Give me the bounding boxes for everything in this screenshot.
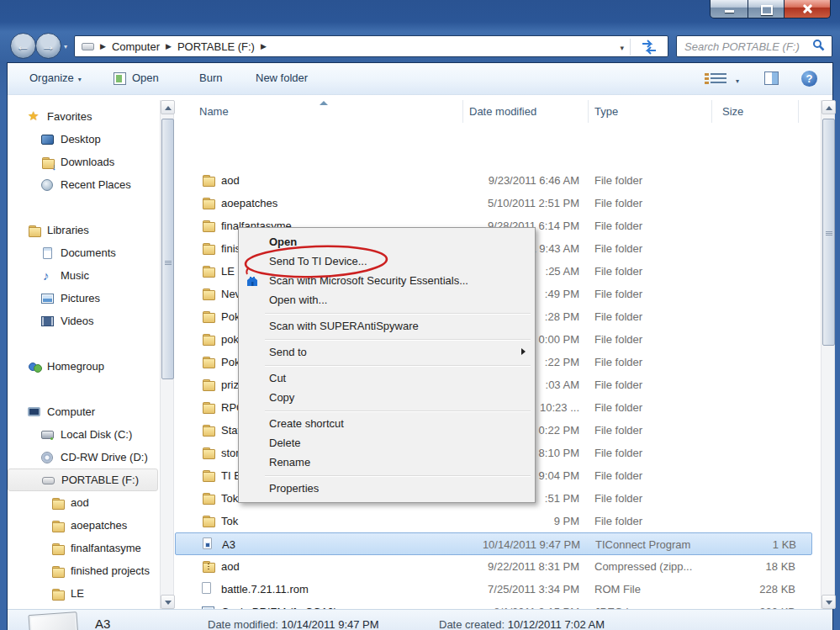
file-type: File folder	[594, 265, 642, 278]
file-row-selected[interactable]: A310/14/2011 9:47 PMTIConnect Program1 K…	[175, 532, 812, 555]
sidebar-item-local-disk-c[interactable]: Local Disk (C:)	[8, 423, 160, 446]
help-button[interactable]: ?	[801, 71, 817, 87]
scroll-up-icon[interactable]	[822, 100, 836, 114]
column-divider[interactable]	[711, 100, 712, 123]
column-header-date-modified[interactable]: Date modified	[469, 105, 536, 118]
command-toolbar: Organize▾ Open Burn New folder ▾ ?	[8, 63, 832, 95]
column-divider[interactable]	[588, 100, 589, 123]
forward-button[interactable]: →	[35, 33, 61, 59]
open-button[interactable]: Open	[132, 71, 159, 84]
minimize-button[interactable]	[710, 0, 748, 19]
sidebar-item-favorites[interactable]: Favorites	[8, 105, 160, 128]
sidebar-item-pictures[interactable]: Pictures	[8, 287, 160, 310]
sidebar-scrollbar-thumb[interactable]	[161, 119, 174, 379]
breadcrumb-arrow-icon[interactable]: ▶	[261, 42, 267, 50]
folder-icon	[51, 587, 65, 601]
menu-item-rename[interactable]: Rename	[240, 453, 534, 472]
file-row[interactable]: aod9/22/2011 8:31 PMCompressed (zipp...1…	[175, 555, 814, 578]
rom-file-icon	[202, 582, 211, 594]
file-type: ROM File	[594, 583, 641, 596]
views-dropdown-icon[interactable]: ▾	[736, 77, 739, 85]
breadcrumb-portable[interactable]: PORTABLE (F:)	[177, 40, 255, 53]
menu-item-send-to[interactable]: Send to	[240, 342, 534, 362]
change-view-button[interactable]	[711, 73, 726, 85]
sidebar-item-portable-f[interactable]: PORTABLE (F:)	[8, 469, 158, 491]
ticonnect-file-icon	[203, 537, 212, 549]
computer-icon	[28, 407, 40, 416]
breadcrumb-computer[interactable]: Computer	[112, 40, 160, 53]
scroll-down-icon[interactable]	[161, 595, 175, 609]
sidebar-item-aoepatches[interactable]: aoepatches	[8, 514, 160, 537]
file-size: 228 KB	[680, 583, 795, 596]
sidebar-item-computer[interactable]: Computer	[8, 400, 160, 423]
menu-item-open[interactable]: Open	[240, 232, 534, 251]
file-name: stor	[221, 447, 240, 459]
column-header-name[interactable]: Name	[199, 105, 229, 118]
folder-icon	[202, 355, 215, 368]
sidebar-item-downloads[interactable]: ↓Downloads	[8, 151, 160, 173]
sidebar-item-cdrw-drive-d[interactable]: CD-RW Drive (D:)	[8, 446, 160, 469]
sidebar-item-documents[interactable]: Documents	[8, 241, 160, 264]
context-menu: Open Send To TI Device... Scan with Micr…	[238, 227, 536, 503]
search-icon[interactable]	[812, 39, 825, 55]
file-row[interactable]: Tok9 PMFile folder	[175, 510, 814, 532]
details-pane: A3 Date modified: 10/14/2011 9:47 PM Dat…	[8, 609, 832, 630]
sidebar-item-music[interactable]: Music	[8, 264, 160, 287]
sidebar-item-homegroup[interactable]: Homegroup	[8, 355, 160, 378]
sidebar-item-aod[interactable]: aod	[8, 491, 160, 514]
sidebar-item-videos[interactable]: Videos	[8, 310, 160, 332]
file-date: 9/23/2011 6:46 AM	[469, 174, 579, 187]
sidebar-label: Downloads	[61, 156, 114, 168]
sidebar-label: Videos	[61, 315, 94, 327]
sidebar-item-desktop[interactable]: Desktop	[8, 128, 160, 151]
menu-item-properties[interactable]: Properties	[240, 479, 534, 498]
file-row[interactable]: battle.7.21.11.rom7/25/2011 3:34 PMROM F…	[175, 578, 814, 601]
column-divider[interactable]	[798, 100, 799, 123]
history-dropdown-icon[interactable]: ▾	[64, 43, 67, 50]
sidebar-label: finalfantasyme	[71, 542, 141, 554]
sidebar-item-recent-places[interactable]: Recent Places	[8, 173, 160, 196]
menu-item-delete[interactable]: Delete	[240, 433, 534, 453]
menu-item-create-shortcut[interactable]: Create shortcut	[240, 414, 534, 433]
menu-item-scan-with-mse[interactable]: Scan with Microsoft Security Essentials.…	[240, 271, 534, 290]
menu-item-cut[interactable]: Cut	[240, 368, 534, 388]
address-bar[interactable]: ▶ Computer ▶ PORTABLE (F:) ▶ ▾	[74, 35, 668, 57]
organize-label: Organize	[29, 71, 74, 84]
file-row[interactable]: aoepatches5/10/2011 2:51 PMFile folder	[175, 192, 814, 214]
sidebar-item-finished-projects[interactable]: finished projects	[8, 559, 160, 582]
address-dropdown-icon[interactable]: ▾	[620, 44, 624, 52]
sidebar-label: LE	[71, 587, 84, 600]
search-input[interactable]: Search PORTABLE (F:)	[676, 35, 832, 57]
new-folder-button[interactable]: New folder	[256, 71, 308, 84]
menu-item-copy[interactable]: Copy	[240, 388, 534, 407]
sidebar-item-le[interactable]: LE	[8, 582, 160, 605]
list-scrollbar[interactable]	[821, 100, 835, 609]
scroll-up-icon[interactable]	[161, 100, 175, 114]
preview-pane-button[interactable]	[764, 71, 779, 85]
file-type: File folder	[594, 492, 642, 505]
file-row[interactable]: aod9/23/2011 6:46 AMFile folder	[175, 169, 814, 192]
list-scrollbar-thumb[interactable]	[822, 119, 835, 346]
burn-button[interactable]: Burn	[199, 71, 222, 84]
refresh-icon[interactable]	[637, 40, 661, 55]
breadcrumb-arrow-icon[interactable]: ▶	[100, 42, 106, 50]
sidebar-item-libraries[interactable]: Libraries	[8, 219, 160, 241]
close-button[interactable]	[784, 0, 831, 19]
menu-item-send-to-ti-device[interactable]: Send To TI Device...	[240, 251, 534, 271]
column-header-size[interactable]: Size	[722, 105, 743, 118]
file-type: File folder	[594, 242, 642, 255]
menu-item-open-with[interactable]: Open with...	[240, 290, 534, 310]
folder-icon	[202, 332, 215, 346]
menu-item-scan-with-superantispyware[interactable]: Scan with SUPERAntiSpyware	[240, 316, 534, 336]
scroll-down-icon[interactable]	[822, 595, 836, 609]
column-header-type[interactable]: Type	[594, 105, 618, 118]
maximize-button[interactable]	[748, 0, 784, 19]
organize-button[interactable]: Organize▾	[29, 71, 82, 84]
sidebar-label: Pictures	[61, 292, 100, 304]
sidebar-scrollbar[interactable]	[160, 100, 174, 609]
column-divider[interactable]	[462, 100, 463, 123]
file-row[interactable]: Casio PRIZM (fx-CG10)8/1/2011 9:15 PMJPE…	[175, 601, 814, 609]
back-button[interactable]: ←	[10, 33, 36, 59]
breadcrumb-arrow-icon[interactable]: ▶	[166, 42, 172, 50]
sidebar-item-finalfantasyme[interactable]: finalfantasyme	[8, 537, 160, 559]
